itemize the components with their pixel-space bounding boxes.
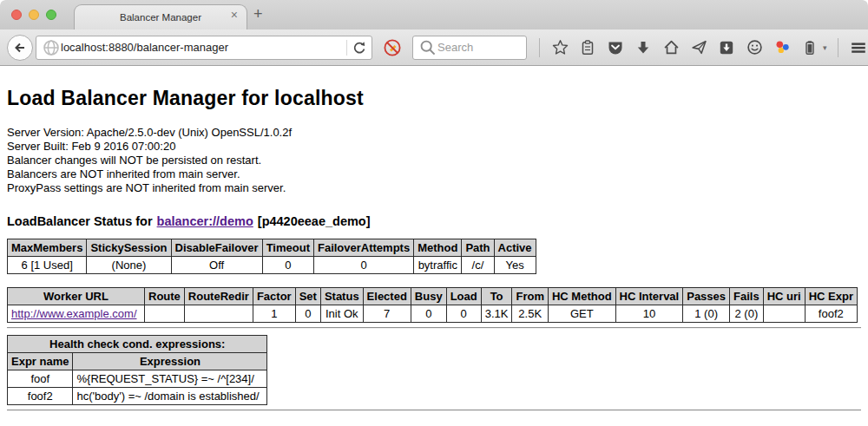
cell-method: bytraffic (414, 257, 462, 274)
col-hc-expr: HC Expr (805, 288, 857, 305)
cell-worker-url: http://www.example.com/ (8, 305, 145, 323)
table-header-row: Worker URL Route RouteRedir Factor Set S… (8, 288, 858, 305)
back-button[interactable] (7, 35, 33, 61)
col-routeredir: RouteRedir (184, 288, 253, 305)
col-worker-url: Worker URL (8, 288, 145, 305)
tab-bar: Balancer Manager × + (0, 0, 868, 29)
inherit-note-line: Balancers are NOT inherited from main se… (7, 167, 861, 181)
col-failoverattempts: FailoverAttempts (313, 239, 413, 257)
tab-close-icon[interactable]: × (231, 9, 238, 21)
cell-expr-name: foof2 (8, 388, 73, 405)
page-content: Load Balancer Manager for localhost Serv… (0, 66, 868, 426)
zoom-window-button[interactable] (46, 10, 56, 20)
search-input[interactable] (437, 41, 516, 54)
chevron-down-icon[interactable]: ▾ (823, 43, 827, 52)
cell-load: 0 (446, 305, 481, 323)
col-from: From (512, 288, 549, 305)
table-title-row: Health check cond. expressions: (8, 336, 267, 353)
balancer-demo-link[interactable]: balancer://demo (157, 214, 253, 228)
server-built-line: Server Built: Feb 9 2016 07:00:20 (7, 140, 861, 154)
cell-expression: %{REQUEST_STATUS} =~ /^[234]/ (73, 370, 267, 388)
cell-routeredir (184, 305, 253, 323)
urlbar-divider (346, 40, 347, 56)
col-path: Path (462, 239, 494, 257)
cell-hc-interval: 10 (615, 305, 683, 323)
table-row: foof %{REQUEST_STATUS} =~ /^[234]/ (8, 370, 267, 388)
table-header-row: MaxMembers StickySession DisableFailover… (8, 239, 536, 257)
cell-hc-method: GET (548, 305, 615, 323)
cell-to: 3.1K (481, 305, 512, 323)
close-window-button[interactable] (11, 10, 22, 20)
cell-hc-uri (763, 305, 805, 323)
health-check-table: Health check cond. expressions: Expr nam… (7, 335, 267, 405)
col-hc-method: HC Method (548, 288, 615, 305)
col-route: Route (145, 288, 185, 305)
col-factor: Factor (253, 288, 295, 305)
home-icon[interactable] (661, 38, 681, 57)
worker-table: Worker URL Route RouteRedir Factor Set S… (7, 287, 858, 323)
cell-route (145, 305, 185, 323)
status-heading-suffix: [p4420eeae_demo] (258, 214, 371, 228)
balancer-status-heading: LoadBalancer Status for balancer://demo … (7, 214, 861, 228)
cell-stickysession: (None) (87, 257, 171, 274)
col-elected: Elected (363, 288, 411, 305)
menu-hamburger-icon[interactable] (849, 38, 868, 57)
url-input[interactable] (61, 41, 341, 54)
cell-expression: hc('body') =~ /domain is established/ (73, 388, 267, 405)
cell-disablefailover: Off (171, 257, 262, 274)
col-fails: Fails (730, 288, 764, 305)
bookmark-star-icon[interactable] (550, 38, 569, 57)
tab-balancer-manager[interactable]: Balancer Manager × (74, 4, 247, 29)
table-row: http://www.example.com/ 1 0 Init Ok 7 0 … (8, 305, 858, 323)
separator (7, 410, 861, 411)
col-active: Active (494, 239, 536, 257)
page-title: Load Balancer Manager for localhost (7, 87, 861, 110)
extension-download-icon[interactable] (717, 38, 736, 57)
navigation-toolbar: ▾ (0, 29, 868, 66)
cell-set: 0 (295, 305, 320, 323)
col-load: Load (446, 288, 481, 305)
cell-timeout: 0 (262, 257, 313, 274)
col-hc-uri: HC uri (763, 288, 805, 305)
minimize-window-button[interactable] (29, 10, 39, 20)
cell-path: /c/ (462, 257, 494, 274)
flashblock-icon[interactable] (383, 38, 402, 57)
battery-extension-icon[interactable] (800, 38, 819, 57)
cell-passes: 1 (0) (683, 305, 730, 323)
cell-maxmembers: 6 [1 Used] (8, 257, 87, 274)
reload-icon[interactable] (352, 41, 366, 55)
search-icon (418, 38, 437, 57)
cell-busy: 0 (411, 305, 446, 323)
site-identity-globe-icon[interactable] (42, 38, 61, 57)
window-controls (11, 10, 56, 20)
worker-url-link[interactable]: http://www.example.com/ (11, 307, 137, 320)
cell-active: Yes (494, 257, 536, 274)
table-header-row: Expr name Expression (8, 353, 267, 370)
downloads-icon[interactable] (634, 38, 653, 57)
balancer-summary-table: MaxMembers StickySession DisableFailover… (7, 239, 536, 274)
health-table-title: Health check cond. expressions: (8, 336, 267, 353)
col-busy: Busy (411, 288, 446, 305)
url-bar[interactable] (36, 36, 372, 60)
new-tab-button[interactable]: + (253, 5, 263, 23)
search-bar[interactable] (412, 36, 527, 60)
col-status: Status (320, 288, 363, 305)
send-tab-plane-icon[interactable] (689, 38, 708, 57)
reading-list-clipboard-icon[interactable] (578, 38, 597, 57)
cell-factor: 1 (253, 305, 295, 323)
toolbar-divider (539, 38, 540, 57)
cell-elected: 7 (363, 305, 411, 323)
toolbar-divider (838, 38, 838, 57)
cell-from: 2.5K (512, 305, 549, 323)
col-to: To (481, 288, 512, 305)
table-row: foof2 hc('body') =~ /domain is establish… (8, 388, 267, 405)
smiley-extension-icon[interactable] (745, 38, 764, 57)
persist-note-line: Balancer changes will NOT be persisted o… (7, 154, 861, 167)
col-expr-name: Expr name (8, 353, 73, 370)
col-stickysession: StickySession (87, 239, 171, 257)
pocket-icon[interactable] (606, 38, 625, 57)
status-heading-prefix: LoadBalancer Status for (7, 214, 153, 228)
color-dots-extension-icon[interactable] (773, 38, 792, 57)
col-set: Set (295, 288, 320, 305)
cell-failoverattempts: 0 (313, 257, 413, 274)
